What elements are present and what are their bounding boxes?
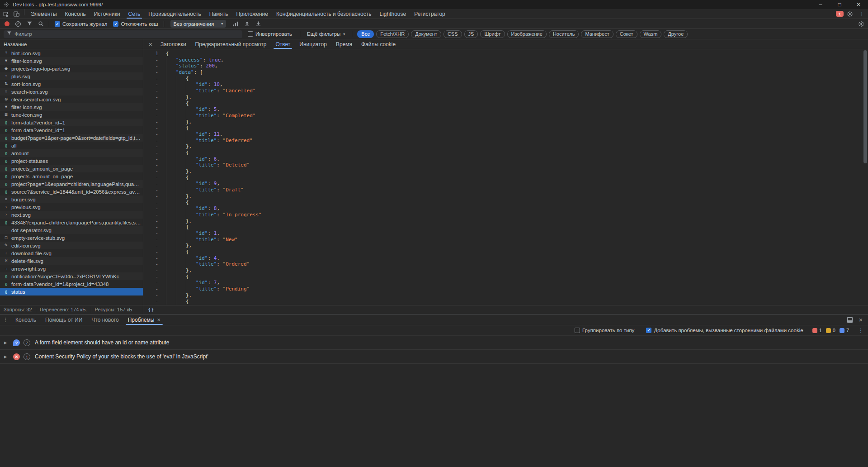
expand-arrow-icon[interactable]: ▶ — [4, 341, 9, 345]
detail-tab-response[interactable]: Ответ — [271, 39, 295, 49]
issues-more-icon[interactable]: ⋮ — [855, 325, 866, 335]
request-row[interactable]: □empty-service-stub.svg — [0, 234, 143, 242]
main-tab-performance[interactable]: Производительность — [144, 9, 205, 19]
filter-chip[interactable]: Носитель — [549, 30, 579, 38]
more-options-icon[interactable]: ⋮ — [856, 9, 867, 19]
request-row[interactable]: {}amount — [0, 149, 143, 157]
column-header-name[interactable]: Название — [0, 39, 143, 49]
request-row[interactable]: ⇅sort-icon.svg — [0, 80, 143, 88]
close-window-button[interactable]: ✕ — [849, 0, 868, 9]
main-tab-sources[interactable]: Источники — [90, 9, 124, 19]
request-row[interactable]: +plus.svg — [0, 72, 143, 80]
request-row[interactable]: ›next.svg — [0, 211, 143, 219]
filter-chip[interactable]: Шрифт — [480, 30, 505, 38]
clear-network-log-button[interactable] — [13, 19, 24, 29]
detail-tab-timing[interactable]: Время — [331, 39, 357, 49]
maximize-button[interactable]: □ — [830, 0, 849, 9]
request-row[interactable]: {}project?page=1&expand=children,languag… — [0, 180, 143, 188]
request-row[interactable]: {}source?&service_id=1844&unit_id=2056&e… — [0, 188, 143, 195]
filter-toggle-icon[interactable] — [24, 19, 35, 29]
settings-gear-icon[interactable] — [844, 9, 855, 19]
third-party-cookies-checkbox[interactable]: Добавить проблемы, вызванные сторонними … — [643, 328, 806, 333]
device-toolbar-icon[interactable] — [11, 9, 22, 19]
network-settings-gear-icon[interactable] — [856, 19, 867, 29]
main-tab-elements[interactable]: Элементы — [27, 9, 61, 19]
more-filters-dropdown[interactable]: Ещё фильтры ▾ — [305, 31, 347, 37]
request-row[interactable]: ‹previous.svg — [0, 203, 143, 211]
request-row[interactable]: {}project-statuses — [0, 157, 143, 165]
request-row[interactable]: ↓download-file.svg — [0, 249, 143, 257]
request-row[interactable]: {}form-data?vendor_id=1&project_id=43348 — [0, 280, 143, 288]
request-row[interactable]: ✕delete-file.svg — [0, 257, 143, 265]
request-row[interactable]: ≡burger.svg — [0, 195, 143, 203]
drawer-tab-ai-assistance[interactable]: Помощь от ИИ — [41, 315, 87, 325]
filter-chip[interactable]: Wasm — [640, 30, 662, 38]
disable-cache-checkbox[interactable]: Отключить кеш — [110, 21, 160, 27]
drawer-tab-issues[interactable]: Проблемы× — [123, 315, 165, 325]
preserve-log-checkbox[interactable]: Сохранять журнал — [52, 21, 110, 27]
filter-chip[interactable]: Документ — [411, 30, 441, 38]
throttling-select[interactable]: Без ограничения ▾ — [170, 20, 226, 28]
close-drawer-icon[interactable]: × — [855, 316, 866, 324]
main-tab-memory[interactable]: Память — [205, 9, 232, 19]
detail-tab-preview[interactable]: Предварительный просмотр — [191, 39, 271, 49]
close-detail-icon[interactable]: × — [145, 39, 156, 49]
filter-chip[interactable]: CSS — [443, 30, 462, 38]
scrollbar-thumb[interactable] — [863, 50, 867, 163]
import-har-icon[interactable] — [241, 19, 252, 29]
minimize-button[interactable]: – — [811, 0, 830, 9]
request-row[interactable]: ·dot-separator.svg — [0, 226, 143, 234]
filter-chip[interactable]: Манифест — [581, 30, 613, 38]
request-row[interactable]: ▼filter-icon.svg — [0, 103, 143, 111]
request-row[interactable]: {}projects_amount_on_page — [0, 172, 143, 180]
main-tab-console[interactable]: Консоль — [61, 9, 90, 19]
request-row[interactable]: {}budget?page=1&per-page=0&sort=datefiel… — [0, 134, 143, 142]
detail-tab-initiator[interactable]: Инициатор — [295, 39, 331, 49]
request-row[interactable]: {}43348?expand=children,languagePairs,qu… — [0, 219, 143, 226]
error-count-badge[interactable]: 1 — [836, 11, 844, 17]
request-row[interactable]: {}form-data?vendor_id=1 — [0, 119, 143, 126]
request-row[interactable]: →arrow-right.svg — [0, 265, 143, 272]
request-row[interactable]: {}projects_amount_on_page — [0, 165, 143, 172]
checkbox-icon[interactable] — [248, 31, 253, 37]
drawer-tab-console[interactable]: Консоль — [11, 315, 41, 325]
drawer-menu-icon[interactable]: ⋮ — [0, 315, 11, 325]
main-tab-lighthouse[interactable]: Lighthouse — [376, 9, 410, 19]
filter-chip[interactable]: Другое — [664, 30, 688, 38]
network-conditions-icon[interactable] — [230, 19, 241, 29]
request-row[interactable]: {}notification?scope=IFw04n--2xPOB1VLYWh… — [0, 272, 143, 280]
filter-chip[interactable]: Все — [357, 30, 374, 38]
invert-filter-checkbox[interactable]: Инвертировать — [245, 31, 295, 37]
request-row[interactable]: ⊗clear-search-icon.svg — [0, 95, 143, 103]
request-row[interactable]: {}status — [0, 288, 143, 295]
request-row[interactable]: ≣tune-icon.svg — [0, 111, 143, 119]
group-by-kind-checkbox[interactable]: Группировать по типу — [572, 328, 637, 333]
detail-tab-headers[interactable]: Заголовки — [156, 39, 191, 49]
checkbox-icon[interactable] — [55, 21, 60, 27]
main-tab-application[interactable]: Приложение — [232, 9, 272, 19]
request-row[interactable]: ○search-icon.svg — [0, 88, 143, 95]
checkbox-icon[interactable] — [646, 328, 651, 333]
checkbox-icon[interactable] — [575, 328, 580, 333]
record-network-log-button[interactable] — [1, 19, 12, 29]
request-row[interactable]: {}all — [0, 142, 143, 149]
main-tab-recorder[interactable]: Регистратор — [410, 9, 449, 19]
dock-side-icon[interactable] — [844, 315, 855, 325]
expand-arrow-icon[interactable]: ▶ — [4, 355, 9, 359]
inspect-element-icon[interactable] — [0, 9, 11, 19]
filter-chip[interactable]: Изображение — [507, 30, 547, 38]
export-har-icon[interactable] — [253, 19, 264, 29]
request-row[interactable]: ▼filter-icon.svg — [0, 57, 143, 65]
drawer-tab-whats-new[interactable]: Что нового — [87, 315, 123, 325]
request-row[interactable]: ?hint-icon.svg — [0, 49, 143, 57]
search-icon[interactable] — [35, 19, 46, 29]
request-row[interactable]: ✎edit-icon.svg — [0, 242, 143, 249]
filter-input[interactable] — [14, 31, 239, 37]
filter-chip[interactable]: JS — [464, 30, 478, 38]
close-tab-icon[interactable]: × — [157, 316, 161, 323]
pretty-print-button[interactable]: {} — [148, 307, 154, 313]
checkbox-icon[interactable] — [113, 21, 118, 27]
filter-input-box[interactable] — [4, 30, 242, 38]
main-tab-privacy[interactable]: Конфиденциальность и безопасность — [272, 9, 376, 19]
filter-chip[interactable]: Fetch/XHR — [376, 30, 409, 38]
